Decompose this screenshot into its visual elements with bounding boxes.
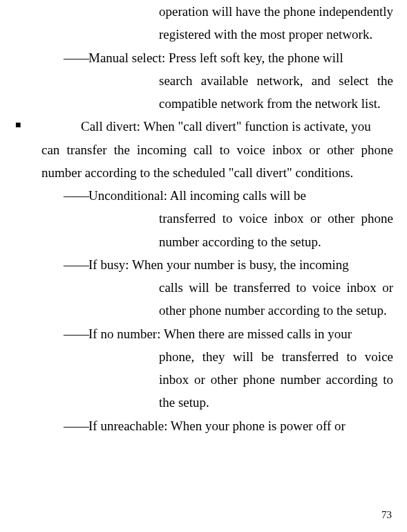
bullet-first-line: Call divert: When "call divert" function… xyxy=(66,115,393,138)
dash-prefix: —— xyxy=(64,327,88,341)
if-busy-first: If busy: When your number is busy, the i… xyxy=(88,257,349,272)
if-busy-cont: calls will be transferred to voice inbox… xyxy=(159,276,393,322)
if-unreachable-item: ——If unreachable: When your phone is pow… xyxy=(64,414,393,437)
if-no-number-cont: phone, they will be transferred to voice… xyxy=(159,345,393,414)
page-number: 73 xyxy=(381,509,392,521)
bullet-row: ■ Call divert: When "call divert" functi… xyxy=(14,115,393,138)
if-busy-item: ——If busy: When your number is busy, the… xyxy=(64,253,393,276)
manual-select-cont: search available network, and select the… xyxy=(159,69,393,116)
bullet-marker: ■ xyxy=(14,115,24,136)
if-no-number-item: ——If no number: When there are missed ca… xyxy=(64,322,393,345)
if-unreachable-first: If unreachable: When your phone is power… xyxy=(88,419,346,433)
document-content: operation will have the phone independen… xyxy=(14,0,393,437)
dash-prefix: —— xyxy=(64,51,88,65)
unconditional-item: ——Unconditional: All incoming calls will… xyxy=(64,184,393,207)
if-no-number-first: If no number: When there are missed call… xyxy=(88,327,352,341)
dash-prefix: —— xyxy=(64,188,88,203)
bullet-cont: can transfer the incoming call to voice … xyxy=(41,138,393,185)
continuation-text: operation will have the phone independen… xyxy=(159,0,393,46)
unconditional-first: Unconditional: All incoming calls will b… xyxy=(88,188,306,203)
dash-prefix: —— xyxy=(64,419,88,433)
manual-select-first: Manual select: Press left soft key, the … xyxy=(88,51,343,65)
unconditional-cont: transferred to voice inbox or other phon… xyxy=(159,207,393,253)
manual-select-item: ——Manual select: Press left soft key, th… xyxy=(64,46,393,69)
dash-prefix: —— xyxy=(64,257,88,272)
